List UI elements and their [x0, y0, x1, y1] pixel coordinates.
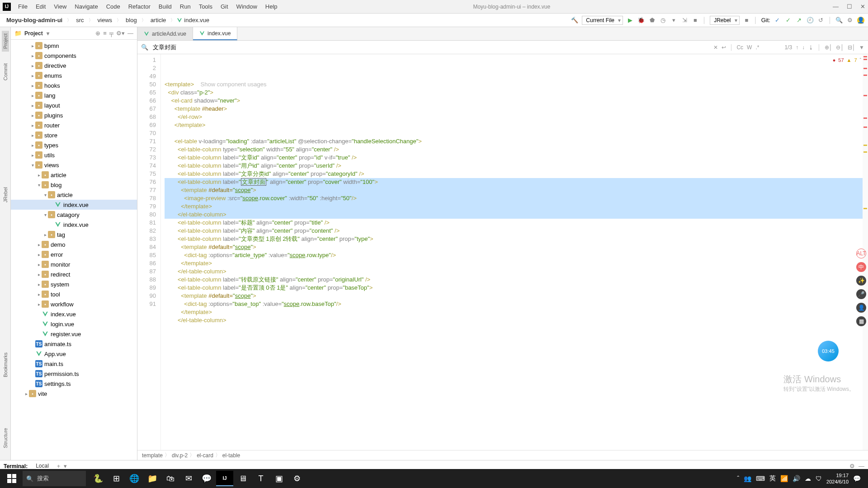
stop-icon[interactable]: ■ [692, 17, 699, 24]
find-remove-selection-icon[interactable]: ⊖│ [836, 44, 844, 51]
run-config-select[interactable]: Current File [582, 16, 623, 25]
editor-tab[interactable]: index.vue [193, 27, 237, 40]
project-tree[interactable]: ▪bpmn▪components▪directive▪enums▪hooks▪l… [11, 40, 137, 460]
editor-breadcrumb[interactable]: el-table [222, 452, 240, 459]
tree-item[interactable]: ▪blog [11, 180, 137, 190]
tree-item[interactable]: ▪catagory [11, 210, 137, 220]
tree-item[interactable]: ▪plugins [11, 110, 137, 120]
tool-commit-tab[interactable]: Commit [2, 61, 9, 83]
tree-item[interactable]: ▪types [11, 140, 137, 150]
tree-item[interactable]: TSpermission.ts [11, 369, 137, 379]
tree-item[interactable]: ▪article [11, 170, 137, 180]
search-everywhere-icon[interactable]: 🔍 [835, 17, 843, 24]
tray-people-icon[interactable]: 👥 [744, 475, 751, 482]
tray-clock[interactable]: 19:172024/6/10 [826, 472, 849, 485]
tray-pin-icon[interactable]: 英 [769, 474, 776, 483]
tree-item[interactable]: ▪tag [11, 230, 137, 239]
expand-all-icon[interactable]: ≡ [103, 30, 107, 37]
tree-item[interactable]: App.vue [11, 349, 137, 359]
nav-crumb[interactable]: blog [123, 16, 140, 24]
tree-item[interactable]: ▪utils [11, 150, 137, 160]
find-next-icon[interactable]: ↓ [802, 44, 805, 51]
tree-arrow-icon[interactable] [30, 133, 35, 138]
tree-arrow-icon[interactable] [30, 43, 35, 48]
git-rollback-icon[interactable]: ↺ [817, 17, 825, 24]
tree-item[interactable]: ▪error [11, 249, 137, 259]
find-cc[interactable]: Cc [736, 44, 743, 51]
tree-arrow-icon[interactable] [30, 113, 35, 118]
find-select-all-icon[interactable]: ⭳ [808, 44, 814, 51]
tree-item[interactable]: ▪bpmn [11, 41, 137, 51]
tree-arrow-icon[interactable] [30, 53, 35, 58]
float-grid-icon[interactable]: ▦ [856, 316, 866, 326]
find-word[interactable]: W [747, 44, 752, 51]
tray-volume-icon[interactable]: 🔊 [793, 475, 800, 482]
tree-arrow-icon[interactable] [36, 292, 42, 297]
tree-arrow-icon[interactable] [30, 103, 35, 108]
tree-arrow-icon[interactable] [30, 163, 35, 168]
find-input[interactable] [153, 44, 243, 51]
terminal-settings-icon[interactable]: ⚙ [849, 463, 855, 469]
tree-arrow-icon[interactable] [36, 242, 42, 247]
tree-item[interactable]: ▪directive [11, 61, 137, 70]
tree-arrow-icon[interactable] [42, 192, 48, 197]
tree-item[interactable]: index.vue [11, 200, 137, 210]
tray-sync-icon[interactable]: ☁ [805, 475, 811, 482]
jrebel-select[interactable]: JRebel [710, 16, 739, 25]
collapse-all-icon[interactable]: ╤ [109, 30, 113, 37]
tree-arrow-icon[interactable] [30, 93, 35, 98]
tree-item[interactable]: TSanimate.ts [11, 339, 137, 349]
taskbar-app-typora[interactable]: T [252, 471, 269, 486]
find-filter-icon[interactable]: ▼ [859, 44, 864, 51]
find-select-occurrences-icon[interactable]: ⊟│ [848, 44, 856, 51]
taskbar-app-snake[interactable]: 🐍 [90, 471, 107, 486]
editor-breadcrumb[interactable]: template [142, 452, 163, 459]
float-mic-icon[interactable]: 🎤 [856, 289, 866, 299]
taskbar-app-edge[interactable]: 🌐 [126, 471, 143, 486]
line-gutter[interactable]: 1249506566676869707172737475767778798081… [137, 54, 161, 450]
editor-tab[interactable]: articleAdd.vue [137, 27, 193, 40]
floating-timer-badge[interactable]: 03:45 [818, 341, 839, 361]
run-icon[interactable]: ▶ [627, 17, 634, 24]
tree-arrow-icon[interactable] [30, 143, 35, 148]
menu-view[interactable]: View [50, 1, 70, 12]
code-editor[interactable]: ●57 ▲7 ˆ ˇ <template> Show component usa… [161, 54, 868, 450]
tree-item[interactable]: ▪views [11, 160, 137, 170]
start-button[interactable] [3, 471, 21, 486]
tool-jrebel-tab[interactable]: JRebel [2, 184, 9, 205]
tree-arrow-icon[interactable] [30, 63, 35, 68]
float-mid-icon[interactable]: 中 [856, 262, 866, 272]
tree-item[interactable]: index.vue [11, 309, 137, 319]
tree-item[interactable]: login.vue [11, 319, 137, 329]
find-history-icon[interactable]: ↩ [722, 44, 726, 51]
tray-chevron-icon[interactable]: ˆ [737, 475, 739, 482]
tree-arrow-icon[interactable] [30, 123, 35, 128]
inspections-widget[interactable]: ●57 ▲7 ˆ ˇ [833, 56, 864, 64]
panel-hide-icon[interactable]: — [127, 30, 133, 37]
taskbar-app-wechat[interactable]: 💬 [198, 471, 215, 486]
float-wand-icon[interactable]: ✨ [856, 276, 866, 286]
git-history-icon[interactable]: 🕘 [807, 17, 814, 24]
tree-item[interactable]: TSsettings.ts [11, 379, 137, 389]
settings-icon[interactable]: ⚙ [846, 17, 854, 24]
tree-item[interactable]: index.vue [11, 220, 137, 230]
tree-arrow-icon[interactable] [30, 73, 35, 78]
tree-item[interactable]: ▪workflow [11, 299, 137, 309]
tray-wifi-icon[interactable]: 📶 [780, 475, 788, 482]
close-icon[interactable]: ✕ [860, 3, 865, 10]
nav-crumb[interactable]: views [95, 16, 115, 24]
tree-item[interactable]: ▪enums [11, 70, 137, 80]
terminal-dropdown-icon[interactable]: ▾ [64, 463, 67, 469]
debug-icon[interactable]: 🐞 [637, 17, 645, 24]
select-opened-icon[interactable]: ⊕ [95, 30, 100, 37]
tree-item[interactable]: ▪article [11, 190, 137, 200]
find-close-icon[interactable]: ✕ [713, 44, 718, 51]
tree-arrow-icon[interactable] [36, 302, 42, 307]
tree-item[interactable]: ▪demo [11, 239, 137, 249]
find-regex[interactable]: .* [755, 44, 759, 51]
minimize-icon[interactable]: — [833, 3, 839, 10]
tree-arrow-icon[interactable] [42, 212, 48, 217]
menu-code[interactable]: Code [103, 1, 124, 12]
tree-item[interactable]: ▪store [11, 130, 137, 140]
tool-bookmarks-tab[interactable]: Bookmarks [2, 350, 9, 380]
